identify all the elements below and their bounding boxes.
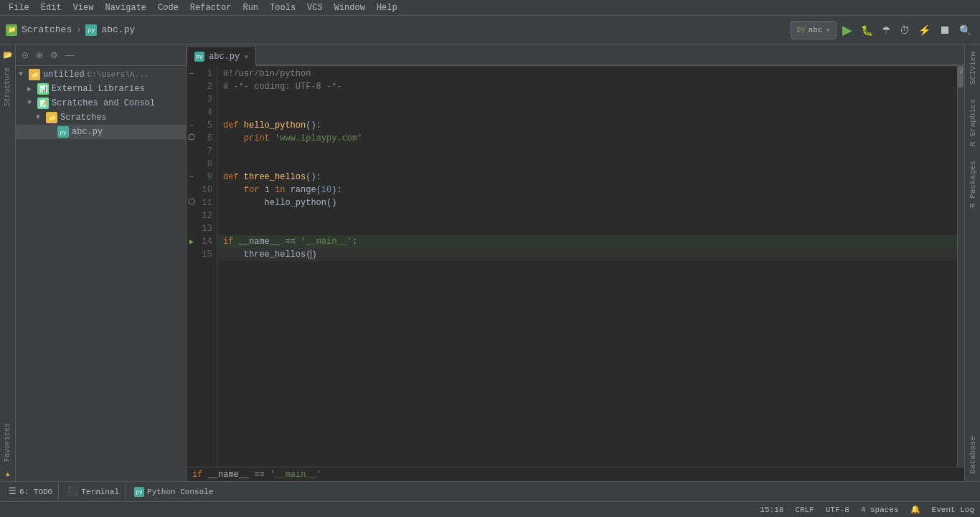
tab-close-btn[interactable]: ✕ bbox=[244, 52, 248, 61]
tree-item-abc-py[interactable]: py abc.py bbox=[16, 125, 186, 139]
search-everywhere-button[interactable]: 🔍 bbox=[956, 24, 974, 36]
preview-content: if __name__ == '__main__' bbox=[192, 470, 321, 480]
linenum-11: 11 bbox=[197, 198, 217, 208]
main-area: 📂 Structure Favorites ★ ⊙ ⊕ ⚙ — ▼ 📁 unti… bbox=[0, 44, 980, 481]
bottom-tab-python-console[interactable]: py Python Console bbox=[128, 482, 219, 501]
linenum-15: 15 bbox=[197, 250, 217, 260]
menu-run[interactable]: Run bbox=[237, 1, 264, 14]
status-line-ending[interactable]: CRLF bbox=[795, 506, 814, 514]
menu-edit[interactable]: Edit bbox=[35, 1, 67, 14]
favorites-icon[interactable]: ★ bbox=[4, 468, 11, 481]
svg-point-0 bbox=[189, 134, 194, 140]
tab-abc-py[interactable]: py abc.py ✕ bbox=[187, 46, 256, 66]
breadcrumb: 📁 Scratches › py abc.py bbox=[6, 24, 786, 36]
python-console-icon: py bbox=[134, 487, 144, 497]
linenum-3: 3 bbox=[197, 95, 217, 105]
menubar: File Edit View Navigate Code Refactor Ru… bbox=[0, 0, 980, 16]
run-config-dropdown[interactable]: py abc ▾ bbox=[791, 21, 837, 39]
linenum-12: 12 bbox=[197, 211, 217, 221]
tree-item-external-libs[interactable]: ▶ 📊 External Libraries bbox=[16, 82, 186, 96]
tree-label-abc-py: abc.py bbox=[72, 127, 103, 137]
breakpoint-6[interactable] bbox=[187, 133, 197, 143]
status-event-log[interactable]: Event Log bbox=[932, 506, 974, 514]
linenum-14: 14 bbox=[197, 237, 217, 247]
fold-9[interactable]: − bbox=[187, 174, 197, 181]
panel-minimize[interactable]: — bbox=[62, 49, 77, 62]
breakpoint-11[interactable] bbox=[187, 198, 197, 208]
toolbar-right: py abc ▾ ▶ 🐛 ☂ ⏱ ⚡ ⏹ 🔍 bbox=[791, 21, 974, 39]
status-encoding[interactable]: UTF-8 bbox=[826, 506, 849, 514]
toggle-untitled[interactable]: ▼ bbox=[19, 70, 27, 79]
toggle-external-libs[interactable]: ▶ bbox=[27, 85, 36, 93]
tab-py-icon: py bbox=[194, 52, 204, 62]
menu-refactor[interactable]: Refactor bbox=[184, 1, 237, 14]
status-position[interactable]: 15:18 bbox=[760, 506, 783, 514]
structure-strip-btn[interactable]: Structure bbox=[2, 63, 13, 110]
stop-button[interactable]: ⏹ bbox=[936, 24, 953, 37]
tab-label: abc.py bbox=[209, 52, 240, 62]
menu-window[interactable]: Window bbox=[329, 1, 371, 14]
code-line-13 bbox=[217, 222, 957, 235]
linenum-9: 9 bbox=[197, 172, 217, 182]
linenum-8: 8 bbox=[197, 159, 217, 169]
menu-code[interactable]: Code bbox=[152, 1, 184, 14]
breadcrumb-project[interactable]: Scratches bbox=[22, 24, 72, 35]
module-icon-external: 📊 bbox=[37, 83, 49, 95]
editor-scrollbar[interactable]: ✓ bbox=[957, 66, 964, 467]
todo-label: 6: TODO bbox=[19, 488, 52, 496]
toggle-scratches[interactable]: ▼ bbox=[36, 113, 44, 122]
tree-label-external-libs: External Libraries bbox=[52, 84, 145, 94]
run-arrow-14: ▶ bbox=[187, 237, 197, 246]
panel-settings[interactable]: ⚙ bbox=[47, 49, 61, 62]
code-line-6: print 'www.iplaypy.com' bbox=[217, 132, 957, 145]
line-numbers-gutter: − 1 2 3 4 bbox=[187, 66, 217, 467]
toggle-scratches-consoles[interactable]: ▼ bbox=[27, 99, 36, 108]
tree-item-scratches[interactable]: ▼ 📁 Scratches bbox=[16, 110, 186, 125]
code-line-8 bbox=[217, 158, 957, 171]
bottom-tab-terminal[interactable]: ⬛ Terminal bbox=[62, 482, 126, 501]
menu-vcs[interactable]: VCS bbox=[301, 1, 329, 14]
concurrency-button[interactable]: ⚡ bbox=[915, 24, 933, 36]
bottom-tab-todo[interactable]: ☰ 6: TODO bbox=[3, 482, 59, 501]
terminal-label: Terminal bbox=[81, 488, 119, 496]
tree-item-scratches-consoles[interactable]: ▼ 📝 Scratches and Consol bbox=[16, 96, 186, 110]
panel-scroll-to-source[interactable]: ⊕ bbox=[33, 49, 46, 62]
code-line-12 bbox=[217, 209, 957, 222]
status-indent[interactable]: 4 spaces bbox=[861, 506, 899, 514]
fold-1[interactable]: − bbox=[187, 70, 197, 78]
run-button[interactable]: ▶ bbox=[839, 22, 855, 38]
menu-file[interactable]: File bbox=[3, 1, 35, 14]
menu-view[interactable]: View bbox=[67, 1, 100, 14]
left-strip: 📂 Structure Favorites ★ bbox=[0, 44, 16, 481]
coverage-button[interactable]: ☂ bbox=[879, 24, 894, 36]
checkmark-indicator: ✓ bbox=[959, 66, 964, 77]
right-tab-rgraphics[interactable]: R Graphics bbox=[966, 92, 980, 153]
right-strip: SCIView R Graphics R Packages Database bbox=[964, 44, 980, 481]
panel-scroll-from-source[interactable]: ⊙ bbox=[19, 49, 32, 62]
code-editor: − 1 2 3 4 bbox=[187, 66, 964, 467]
project-tree: ▼ 📁 untitled C:\Users\A... ▶ 📊 External … bbox=[16, 66, 186, 481]
menu-tools[interactable]: Tools bbox=[264, 1, 301, 14]
project-strip-btn[interactable]: 📂 bbox=[1, 47, 15, 62]
right-tab-rpackages[interactable]: R Packages bbox=[966, 153, 980, 215]
tree-path-untitled: C:\Users\A... bbox=[88, 70, 149, 79]
run-config-icon: py bbox=[797, 26, 806, 34]
menu-navigate[interactable]: Navigate bbox=[99, 1, 152, 14]
right-tab-sciview[interactable]: SCIView bbox=[966, 44, 980, 92]
debug-button[interactable]: 🐛 bbox=[858, 24, 876, 36]
module-icon-scratches-consoles: 📝 bbox=[37, 98, 49, 109]
code-line-4 bbox=[217, 106, 957, 119]
favorites-strip-btn[interactable]: Favorites bbox=[2, 419, 13, 466]
code-content[interactable]: #!/usr/bin/python # -*- coding: UTF-8 -*… bbox=[217, 66, 957, 467]
tree-item-untitled[interactable]: ▼ 📁 untitled C:\Users\A... bbox=[16, 67, 186, 82]
code-line-7 bbox=[217, 145, 957, 158]
fold-5[interactable]: − bbox=[187, 122, 197, 130]
svg-point-1 bbox=[189, 199, 194, 204]
code-line-3 bbox=[217, 93, 957, 106]
menu-help[interactable]: Help bbox=[371, 1, 403, 14]
profile-button[interactable]: ⏱ bbox=[897, 24, 913, 36]
bottom-tabs-bar: ☰ 6: TODO ⬛ Terminal py Python Console bbox=[0, 481, 980, 501]
breadcrumb-file-icon: py bbox=[85, 24, 97, 36]
breadcrumb-file[interactable]: abc.py bbox=[101, 24, 135, 35]
right-tab-database[interactable]: Database bbox=[966, 429, 980, 481]
